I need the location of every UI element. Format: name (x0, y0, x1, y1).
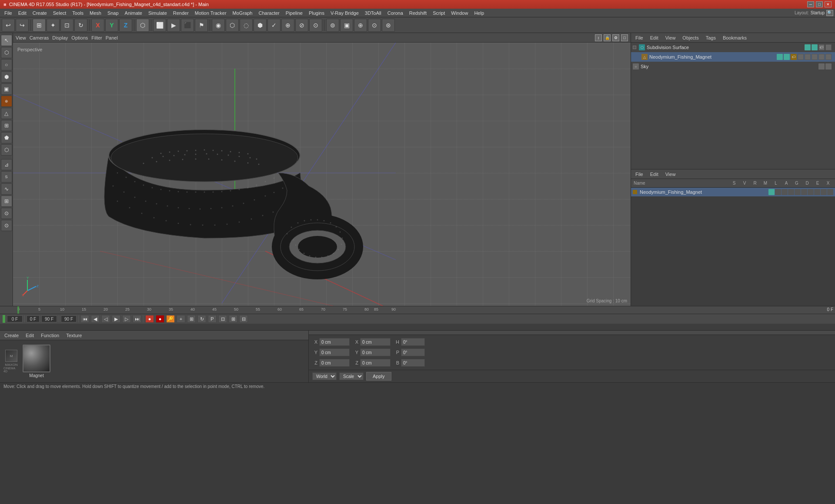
magnet-material-tag-icon[interactable]: 🏷 (791, 54, 797, 60)
camera-button[interactable]: ⊘ (295, 19, 308, 32)
viewport-maximize-button[interactable]: □ (621, 34, 628, 41)
size-p-input[interactable] (401, 348, 425, 356)
knife-left[interactable]: ⊿ (1, 159, 12, 170)
magnet-tag5-icon[interactable] (818, 54, 825, 60)
light-button[interactable]: ⊙ (309, 19, 322, 32)
viewport-lock-button[interactable]: 🔒 (604, 34, 611, 41)
rot-y-input[interactable] (360, 348, 391, 356)
objects-menu-edit[interactable]: Edit (648, 35, 660, 40)
menu-snap[interactable]: Snap (105, 10, 121, 17)
timeline-start-input[interactable] (7, 315, 23, 322)
menu-select[interactable]: Select (50, 10, 69, 17)
pos-x-input[interactable] (319, 338, 350, 346)
attr-ctrl3-icon[interactable] (788, 189, 794, 195)
live-select-button[interactable]: ⊞ (33, 19, 46, 32)
menu-tools[interactable]: Tools (70, 10, 86, 17)
viewport-menu-filter[interactable]: Filter (91, 35, 102, 40)
objects-menu-objects[interactable]: Objects (681, 35, 700, 40)
stage-button[interactable]: ⊛ (382, 19, 395, 32)
attr-ctrl1-icon[interactable] (775, 189, 781, 195)
prev-frame-button[interactable]: ◀ (91, 315, 100, 323)
spline-button[interactable]: ◌ (240, 19, 253, 32)
render-region-button[interactable]: ⬜ (153, 19, 166, 32)
timeline-current-input[interactable] (27, 315, 40, 322)
object-row-magnet[interactable]: △ Neodymium_Fishing_Magnet 🏷 (631, 52, 835, 62)
render-picture-viewer-button[interactable]: ⬛ (181, 19, 194, 32)
timeline-extra5-button[interactable]: ⊡ (218, 315, 227, 323)
go-to-start-button[interactable]: ⏮ (80, 315, 89, 323)
size-h-input[interactable] (401, 338, 425, 346)
apply-button[interactable]: Apply (366, 372, 391, 381)
attributes-menu-edit[interactable]: Edit (648, 172, 660, 177)
play-backward-button[interactable]: ◁ (101, 315, 110, 323)
next-frame-button[interactable]: ▷ (122, 315, 131, 323)
select-tool-left[interactable]: ↖ (1, 35, 12, 46)
sky-button[interactable]: ▣ (340, 19, 353, 32)
record-active-button[interactable]: ● (156, 315, 164, 323)
material-shader-left[interactable]: ⊙ (1, 220, 12, 231)
move-tool-button[interactable]: ✦ (47, 19, 60, 32)
attr-ctrl7-icon[interactable] (814, 189, 820, 195)
scale-tool-button[interactable]: ⊡ (60, 19, 73, 32)
record-button[interactable]: ● (145, 315, 154, 323)
go-to-end-button[interactable]: ⏭ (133, 315, 141, 323)
menu-file[interactable]: File (2, 10, 15, 17)
menu-corona[interactable]: Corona (385, 10, 406, 17)
menu-vray-bridge[interactable]: V-Ray Bridge (328, 10, 361, 17)
rotate-tool-button[interactable]: ↻ (74, 19, 87, 32)
menu-pipeline[interactable]: Pipeline (283, 10, 305, 17)
shader-left[interactable]: ⊙ (1, 208, 12, 219)
viewport-menu-options[interactable]: Options (71, 35, 88, 40)
sky-vis-icon[interactable] (818, 63, 825, 70)
timeline-extra1-button[interactable]: + (177, 315, 185, 323)
redo-button[interactable]: ↪ (16, 19, 29, 32)
obj-render-on-icon[interactable] (812, 44, 818, 50)
snap-left[interactable]: ⬟ (1, 132, 12, 143)
timeline-extra7-button[interactable]: ⊟ (239, 315, 248, 323)
close-button[interactable]: ✕ (825, 1, 832, 7)
viewport-menu-cameras[interactable]: Cameras (30, 35, 49, 40)
material-menu-edit[interactable]: Edit (24, 333, 36, 338)
menu-script[interactable]: Script (430, 10, 448, 17)
object-fold-icon[interactable] (633, 46, 636, 49)
viewport[interactable]: Perspective Grid Spacing : 10 cm Z Y X (13, 43, 631, 306)
undo-button[interactable]: ↩ (2, 19, 15, 32)
object-mode-button[interactable]: ⬡ (136, 19, 149, 32)
timeline-end-input[interactable] (41, 315, 57, 322)
paint-left[interactable]: ⊞ (1, 120, 12, 131)
menu-mesh[interactable]: Mesh (87, 10, 104, 17)
menu-simulate[interactable]: Simulate (146, 10, 170, 17)
pos-z-input[interactable] (319, 359, 350, 367)
menu-motion-tracker[interactable]: Motion Tracker (192, 10, 229, 17)
objects-menu-bookmarks[interactable]: Bookmarks (721, 35, 748, 40)
parametric-objects-button[interactable]: ⬡ (226, 19, 239, 32)
floor-button[interactable]: ⊚ (326, 19, 339, 32)
menu-plugins[interactable]: Plugins (306, 10, 327, 17)
play-forward-button[interactable]: ▶ (112, 315, 120, 323)
viewport-settings-button[interactable]: ⚙ (612, 34, 619, 41)
title-bar-controls[interactable]: ─ □ ✕ (807, 1, 832, 7)
pos-y-input[interactable] (319, 348, 350, 356)
viewport-menu-view[interactable]: View (16, 35, 26, 40)
timeline-extra2-button[interactable]: ⊞ (187, 315, 196, 323)
polygon-object-button[interactable]: ◉ (212, 19, 225, 32)
attr-ctrl9-icon[interactable] (827, 189, 833, 195)
material-thumbnail[interactable] (23, 345, 50, 372)
viewport-menu-display[interactable]: Display (52, 35, 68, 40)
objects-menu-view[interactable]: View (664, 35, 678, 40)
foreground-button[interactable]: ⊕ (354, 19, 367, 32)
maximize-button[interactable]: □ (816, 1, 823, 7)
magnet-vis-on-icon[interactable] (777, 54, 783, 60)
deformer-button[interactable]: ✓ (267, 19, 281, 32)
attr-ctrl4-icon[interactable] (795, 189, 801, 195)
object-row-sky[interactable]: ○ Sky (631, 62, 835, 71)
menu-animate[interactable]: Animate (122, 10, 145, 17)
size-b-input[interactable] (401, 359, 425, 367)
curve-left[interactable]: ∿ (1, 183, 12, 195)
sky-render-icon[interactable] (825, 63, 832, 70)
menu-edit[interactable]: Edit (16, 10, 29, 17)
timeline-extra4-button[interactable]: P (208, 315, 217, 323)
menu-mograph[interactable]: MoGraph (230, 10, 255, 17)
minimize-button[interactable]: ─ (807, 1, 814, 7)
object-row-subdivision[interactable]: ⬡ Subdivision Surface 🏷 (631, 43, 835, 52)
